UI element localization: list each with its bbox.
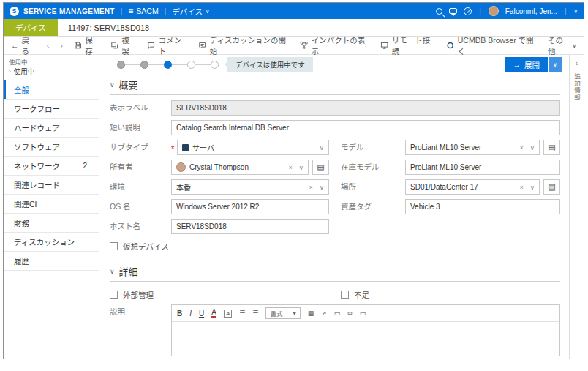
format-select[interactable]: 書式 ▾ bbox=[265, 307, 300, 319]
comment-button[interactable]: コメント bbox=[147, 34, 187, 56]
back-button[interactable]: ← 戻る bbox=[11, 34, 36, 56]
show-impact-button[interactable]: インパクトの表示 bbox=[300, 34, 369, 56]
remote-label: リモート接続 bbox=[392, 34, 436, 56]
short-description-label: 短い説明 bbox=[110, 120, 171, 135]
expand-panel-icon[interactable]: ‹ bbox=[576, 59, 578, 67]
virtual-device-label: 仮想デバイス bbox=[123, 241, 169, 252]
chevron-down-icon: ▾ bbox=[293, 310, 295, 317]
deploy-dropdown-button[interactable]: ∨ bbox=[549, 57, 562, 72]
sidebar-item-general[interactable]: 全般 bbox=[4, 80, 99, 100]
more-button[interactable]: その他 ∨ bbox=[548, 34, 576, 56]
duplicate-button[interactable]: 複製 bbox=[110, 34, 136, 56]
chat-icon[interactable] bbox=[449, 8, 457, 14]
sidebar-item-history[interactable]: 履歴 bbox=[4, 252, 99, 271]
location-browse-button[interactable]: ▤ bbox=[543, 179, 560, 195]
clear-icon[interactable]: × bbox=[309, 184, 313, 191]
ucmdb-label: UCMDB Browser で開く bbox=[458, 34, 537, 56]
sidebar-item-finance[interactable]: 財務 bbox=[4, 214, 99, 233]
prev-record-button[interactable]: ‹ bbox=[47, 41, 50, 50]
chevron-down-icon[interactable]: ∨ bbox=[320, 144, 324, 151]
clear-icon[interactable]: × bbox=[520, 144, 524, 151]
fullscreen-icon[interactable]: ↗ bbox=[321, 310, 327, 317]
bullet-list-icon[interactable]: ☰ bbox=[252, 310, 258, 317]
phase-current[interactable]: › 使用中 bbox=[9, 66, 99, 76]
user-menu-chevron-icon[interactable]: ∨ bbox=[574, 8, 578, 15]
sidebar-item-hardware[interactable]: ハードウェア bbox=[4, 119, 99, 138]
section-details-header[interactable]: ∨ 詳細 bbox=[110, 261, 560, 282]
help-icon[interactable]: ? bbox=[464, 7, 472, 15]
sidebar-item-workflow[interactable]: ワークフロー bbox=[4, 100, 99, 119]
step-done-icon[interactable] bbox=[117, 61, 125, 69]
chevron-down-icon[interactable]: ∨ bbox=[299, 164, 304, 171]
rail-vertical-label[interactable]: 追加情報 bbox=[573, 73, 581, 101]
clear-icon[interactable]: × bbox=[520, 184, 524, 191]
source-icon[interactable]: ▭ bbox=[334, 310, 341, 317]
asset-tag-field[interactable]: Vehicle 3 bbox=[405, 199, 560, 214]
next-record-button[interactable]: › bbox=[60, 41, 63, 50]
environment-select[interactable]: 本番 ×∨ bbox=[171, 179, 329, 195]
search-icon[interactable] bbox=[436, 8, 442, 15]
font-color-icon[interactable]: A bbox=[211, 309, 216, 318]
sidebar-item-label: 全般 bbox=[14, 84, 29, 95]
ucmdb-browser-button[interactable]: UCMDB Browser で開く bbox=[446, 34, 537, 56]
header-separator: | bbox=[121, 7, 123, 15]
impact-label: インパクトの表示 bbox=[312, 34, 370, 56]
right-rail: ‹ 追加情報 bbox=[569, 55, 584, 359]
sidebar-item-software[interactable]: ソフトウェア bbox=[4, 138, 99, 157]
sidebar-item-related-records[interactable]: 関連レコード bbox=[4, 176, 99, 195]
display-label-field: SERV18SD018 bbox=[171, 100, 560, 116]
tab-devices[interactable]: デバイス bbox=[4, 19, 58, 36]
italic-icon[interactable]: I bbox=[189, 310, 192, 318]
sidebar-item-label: 関連レコード bbox=[14, 179, 60, 190]
host-name-field[interactable]: SERV18SD018 bbox=[171, 219, 329, 234]
sidebar-item-related-ci[interactable]: 関連CI bbox=[4, 195, 99, 214]
bold-icon[interactable]: B bbox=[177, 310, 182, 318]
deploy-button[interactable]: → 展開 bbox=[505, 57, 549, 72]
page-menu[interactable]: デバイス ∨ bbox=[172, 6, 209, 17]
ordered-list-icon[interactable]: ☰ bbox=[239, 310, 245, 317]
stock-model-field[interactable]: ProLiant ML10 Server bbox=[405, 160, 560, 175]
module-menu[interactable]: ≡ SACM bbox=[128, 6, 158, 16]
highlight-color-icon[interactable]: A bbox=[224, 310, 232, 318]
link-icon[interactable]: ∞ bbox=[347, 310, 352, 317]
phase-group-label: 使用中 bbox=[9, 57, 99, 66]
short-description-field[interactable]: Catalog Search Internal DB Server bbox=[171, 120, 560, 135]
os-name-label: OS 名 bbox=[110, 199, 171, 214]
missing-checkbox[interactable] bbox=[341, 291, 349, 299]
owner-browse-button[interactable]: ▤ bbox=[312, 160, 329, 175]
os-name-field[interactable]: Windows Server 2012 R2 bbox=[171, 199, 329, 214]
user-avatar[interactable] bbox=[489, 6, 499, 16]
location-select[interactable]: SD01/DataCenter 17 ×∨ bbox=[405, 179, 540, 195]
sidebar-item-discussion[interactable]: ディスカッション bbox=[4, 233, 99, 252]
section-overview-header[interactable]: ∨ 概要 bbox=[110, 74, 560, 95]
save-icon bbox=[74, 41, 82, 50]
description-editor[interactable]: B I U A A ☰ ☰ 書式 ▾ bbox=[171, 304, 560, 356]
deploy-label: 展開 bbox=[524, 59, 540, 70]
step-todo-icon[interactable] bbox=[187, 61, 195, 69]
user-name[interactable]: Falconmf, Jen... bbox=[505, 7, 557, 15]
sidebar-item-label: ワークフロー bbox=[14, 103, 60, 114]
step-current-icon[interactable] bbox=[164, 61, 172, 69]
chevron-down-icon[interactable]: ∨ bbox=[530, 184, 535, 191]
chevron-down-icon[interactable]: ∨ bbox=[530, 144, 535, 151]
description-editor-body[interactable] bbox=[172, 322, 559, 356]
image-icon[interactable]: ▭ bbox=[360, 310, 366, 317]
step-done-icon[interactable] bbox=[140, 61, 148, 69]
table-icon[interactable]: ▦ bbox=[308, 310, 314, 317]
external-managed-checkbox[interactable] bbox=[110, 291, 118, 299]
chevron-down-icon[interactable]: ∨ bbox=[320, 184, 324, 191]
remote-connect-button[interactable]: リモート接続 bbox=[380, 34, 435, 56]
sidebar-item-label: ネットワーク bbox=[14, 160, 60, 171]
save-button[interactable]: 保存 bbox=[74, 34, 99, 56]
subtype-select[interactable]: サーバ ∨ bbox=[177, 140, 329, 155]
underline-icon[interactable]: U bbox=[199, 310, 204, 318]
model-browse-button[interactable]: ▤ bbox=[543, 140, 560, 155]
step-todo-icon[interactable] bbox=[211, 61, 219, 69]
sidebar-item-network[interactable]: ネットワーク 2 bbox=[4, 157, 99, 176]
model-select[interactable]: ProLiant ML10 Server ×∨ bbox=[405, 140, 540, 155]
start-discussion-button[interactable]: ディスカッションの開始 bbox=[198, 34, 289, 56]
clear-icon[interactable]: × bbox=[289, 164, 293, 171]
model-label: モデル bbox=[341, 140, 405, 155]
owner-select[interactable]: Crystal Thompson ×∨ bbox=[171, 160, 309, 175]
virtual-device-checkbox[interactable] bbox=[110, 242, 118, 250]
